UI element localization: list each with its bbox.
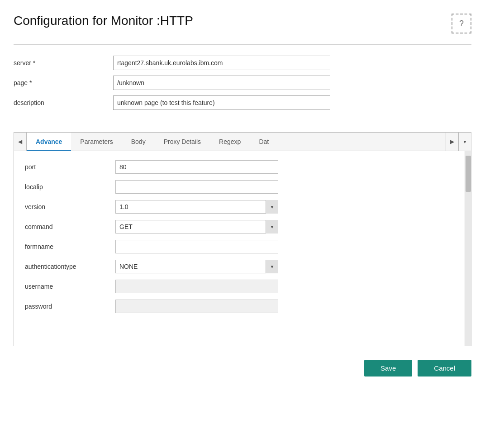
username-row: username xyxy=(25,280,454,293)
page-input[interactable] xyxy=(113,76,330,90)
tabs-header: ◀ Advance Parameters Body Proxy Details … xyxy=(14,133,471,151)
tab-scroll-left[interactable]: ◀ xyxy=(14,133,27,151)
localip-input[interactable] xyxy=(115,180,278,194)
tab-proxy-details[interactable]: Proxy Details xyxy=(155,133,210,151)
description-field-row: description xyxy=(14,95,471,110)
version-select[interactable]: 1.0 1.1 xyxy=(115,200,278,214)
page-field-row: page * xyxy=(14,76,471,90)
button-bar: Save Cancel xyxy=(14,346,471,386)
authtype-label: authenticationtype xyxy=(25,263,115,270)
port-input[interactable] xyxy=(115,160,278,174)
port-row: port xyxy=(25,160,454,174)
tabs-list: Advance Parameters Body Proxy Details Re… xyxy=(27,133,446,151)
username-label: username xyxy=(25,283,115,290)
help-button[interactable]: ? xyxy=(452,14,471,33)
command-label: command xyxy=(25,223,115,230)
description-input[interactable] xyxy=(113,95,330,110)
save-button[interactable]: Save xyxy=(364,360,412,377)
username-input[interactable] xyxy=(115,280,278,293)
tab-dropdown-button[interactable]: ▼ xyxy=(458,133,471,151)
version-label: version xyxy=(25,203,115,210)
formname-label: formname xyxy=(25,243,115,250)
authtype-select[interactable]: NONE BASIC DIGEST NTLM xyxy=(115,260,278,273)
page-title: Configuration for Monitor :HTTP xyxy=(14,14,193,28)
authtype-row: authenticationtype NONE BASIC DIGEST NTL… xyxy=(25,260,454,273)
tab-scroll-right[interactable]: ▶ xyxy=(446,133,458,151)
server-label: server * xyxy=(14,59,113,67)
cancel-button[interactable]: Cancel xyxy=(418,360,471,377)
formname-input[interactable] xyxy=(115,240,278,253)
header-divider xyxy=(14,44,471,45)
password-row: password xyxy=(25,300,454,313)
command-select[interactable]: GET POST PUT DELETE xyxy=(115,220,278,234)
main-form: server * page * description xyxy=(14,56,471,110)
localip-label: localip xyxy=(25,183,115,191)
tab-body[interactable]: Body xyxy=(122,133,155,151)
password-input[interactable] xyxy=(115,300,278,313)
server-field-row: server * xyxy=(14,56,471,70)
tab-dat[interactable]: Dat xyxy=(250,133,278,151)
description-label: description xyxy=(14,99,113,106)
authtype-select-wrapper: NONE BASIC DIGEST NTLM ▼ xyxy=(115,260,278,273)
command-row: command GET POST PUT DELETE ▼ xyxy=(25,220,454,234)
localip-row: localip xyxy=(25,180,454,194)
tabs-container: ◀ Advance Parameters Body Proxy Details … xyxy=(14,132,471,346)
scrollbar-track xyxy=(465,151,471,346)
scrollbar-thumb[interactable] xyxy=(466,156,471,192)
version-select-wrapper: 1.0 1.1 ▼ xyxy=(115,200,278,214)
tab-content: port localip version 1.0 1.1 ▼ xyxy=(14,151,471,346)
tab-parameters[interactable]: Parameters xyxy=(71,133,122,151)
server-input[interactable] xyxy=(113,56,330,70)
page-label: page * xyxy=(14,79,113,86)
tab-regexp[interactable]: Regexp xyxy=(210,133,250,151)
command-select-wrapper: GET POST PUT DELETE ▼ xyxy=(115,220,278,234)
section-divider xyxy=(14,121,471,121)
formname-row: formname xyxy=(25,240,454,253)
advance-panel: port localip version 1.0 1.1 ▼ xyxy=(14,151,465,346)
password-label: password xyxy=(25,303,115,310)
tab-advance[interactable]: Advance xyxy=(27,133,71,151)
port-label: port xyxy=(25,163,115,171)
version-row: version 1.0 1.1 ▼ xyxy=(25,200,454,214)
